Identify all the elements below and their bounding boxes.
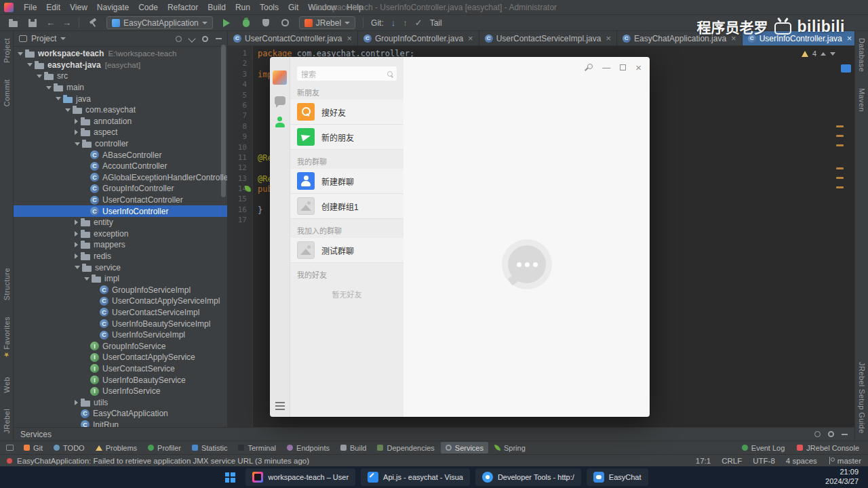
taskbar-app-easychat[interactable]: EasyChat (587, 468, 648, 486)
open-project-icon[interactable] (7, 17, 19, 29)
status-widget-crlf[interactable]: CRLF (722, 457, 742, 465)
contact-item-item[interactable]: 新的朋友 (290, 125, 403, 150)
menu-item-edit[interactable]: Edit (41, 0, 65, 14)
hide-icon[interactable] (216, 38, 222, 39)
tree-item-impl[interactable]: impl (14, 273, 227, 285)
tree-item-abasecontroller[interactable]: CABaseController (14, 149, 227, 161)
tree-item-usercontactservice[interactable]: IUserContactService (14, 363, 227, 375)
taskbar-clock[interactable]: 21:09 2024/3/27 (825, 468, 859, 487)
collapse-all-icon[interactable] (188, 35, 195, 42)
save-all-icon[interactable] (26, 17, 39, 29)
tree-item-main[interactable]: main (14, 82, 227, 94)
stripe-button-database[interactable]: Database (858, 38, 866, 72)
chats-tab-icon[interactable] (275, 96, 285, 105)
tool-button-event-log[interactable]: Event Log (737, 442, 790, 453)
tool-button-todo[interactable]: TODO (49, 442, 90, 453)
back-icon[interactable]: ← (46, 18, 55, 27)
tree-item-entity[interactable]: entity (14, 217, 227, 228)
warning-stripe-mark[interactable] (836, 186, 844, 188)
menu-item-tools[interactable]: Tools (255, 0, 283, 14)
tool-button-terminal[interactable]: Terminal (233, 442, 281, 453)
chevron-collapsed-icon[interactable] (75, 220, 78, 225)
chevron-collapsed-icon[interactable] (75, 242, 78, 247)
tree-item-src[interactable]: src (14, 70, 227, 82)
tree-item-utils[interactable]: utils (14, 396, 227, 408)
tree-item-usercontactserviceimpl[interactable]: CUserContactServiceImpl (14, 307, 227, 319)
tree-item-aspect[interactable]: aspect (14, 127, 227, 138)
tab-close-icon[interactable]: × (847, 34, 852, 43)
tree-item-usercontactapplyservice[interactable]: IUserContactApplyService (14, 352, 227, 363)
menu-item-code[interactable]: Code (134, 0, 163, 14)
tool-button-services[interactable]: Services (441, 442, 488, 453)
hide-icon[interactable] (842, 434, 848, 435)
tree-item-groupinfoservice[interactable]: IGroupInfoService (14, 340, 227, 352)
tool-button-endpoints[interactable]: Endpoints (282, 442, 334, 453)
tab-close-icon[interactable]: × (347, 34, 352, 43)
chevron-collapsed-icon[interactable] (75, 119, 78, 124)
pin-icon[interactable] (585, 64, 593, 71)
tree-item-accountcontroller[interactable]: CAccountController (14, 161, 227, 172)
tree-item-userinfocontroller[interactable]: CUserInfoController (14, 205, 227, 217)
chevron-expanded-icon[interactable] (75, 142, 80, 146)
contact-item-item[interactable]: 新建群聊 (290, 169, 403, 194)
project-panel-title[interactable]: Project (31, 34, 56, 43)
services-panel-title[interactable]: Services (20, 430, 52, 439)
status-widget-branch[interactable]: master (828, 457, 861, 465)
warning-stripe-mark[interactable] (836, 177, 844, 179)
tool-button-jrebel-console[interactable]: JRebel Console (792, 442, 864, 453)
git-check-icon[interactable]: ✓ (415, 18, 422, 27)
forward-icon[interactable]: → (62, 18, 71, 27)
menu-icon[interactable] (275, 402, 285, 410)
tree-item-groupinfoserviceimpl[interactable]: CGroupInfoServiceImpl (14, 284, 227, 296)
editor-tab-usercontactcontroller-java[interactable]: CUserContactController.java× (228, 31, 358, 45)
warning-stripe-mark[interactable] (836, 167, 844, 169)
prev-issue-icon[interactable] (821, 52, 826, 56)
contact-item-item[interactable]: 测试群聊 (290, 238, 403, 263)
chevron-expanded-icon[interactable] (27, 63, 33, 66)
tool-button-build[interactable]: Build (336, 442, 371, 453)
tree-item-aglobalexceptionhandlercontroller[interactable]: CAGlobalExceptionHandlerController (14, 172, 227, 184)
build-hammer-icon[interactable] (87, 17, 99, 29)
editor-tab-groupinfocontroller-java[interactable]: CGroupInfoController.java× (358, 31, 479, 45)
warning-stripe-mark[interactable] (836, 125, 844, 127)
menu-item-run[interactable]: Run (231, 0, 255, 14)
chevron-collapsed-icon[interactable] (75, 253, 78, 259)
inspections-widget[interactable]: 4 (802, 49, 835, 58)
help-icon[interactable] (814, 431, 821, 437)
tree-item-initrun[interactable]: CInitRun (14, 420, 227, 427)
run-button[interactable] (220, 17, 233, 29)
tree-item-annotation[interactable]: annotation (14, 116, 227, 127)
chevron-collapsed-icon[interactable] (75, 400, 78, 405)
tool-button-problems[interactable]: Problems (91, 442, 142, 453)
jrebel-combo[interactable]: JRebel (299, 16, 355, 29)
tool-button-spring[interactable]: Spring (490, 442, 530, 453)
chevron-expanded-icon[interactable] (37, 75, 42, 78)
coverage-button[interactable] (260, 17, 272, 29)
chevron-expanded-icon[interactable] (65, 108, 71, 112)
tree-item-easychat-java[interactable]: easychat-java[easychat] (14, 60, 227, 71)
next-issue-icon[interactable] (830, 52, 835, 56)
tree-scrollbar-thumb[interactable] (221, 45, 226, 197)
contacts-tab-icon[interactable] (275, 117, 285, 127)
profiler-button[interactable] (279, 17, 292, 29)
tool-button-statistic[interactable]: Statistic (187, 442, 233, 453)
tree-item-mappers[interactable]: mappers (14, 239, 227, 251)
minimize-icon[interactable]: — (602, 64, 610, 72)
chevron-collapsed-icon[interactable] (75, 231, 78, 237)
gear-icon[interactable] (828, 431, 834, 437)
menu-item-navigate[interactable]: Navigate (92, 0, 134, 14)
start-button[interactable] (220, 468, 240, 486)
chevron-down-icon[interactable] (60, 37, 66, 40)
stripe-button-web[interactable]: Web (3, 377, 11, 393)
contact-item-item[interactable]: 搜好友 (290, 100, 403, 125)
chevron-expanded-icon[interactable] (18, 52, 23, 56)
tree-item-java[interactable]: java (14, 93, 227, 104)
tool-button-profiler[interactable]: Profiler (143, 442, 186, 453)
stripe-button-jrebel-setup-guide[interactable]: JRebel Setup Guide (858, 362, 866, 434)
status-widget-utf-8[interactable]: UTF-8 (753, 457, 775, 465)
tree-item-groupinfocontroller[interactable]: CGroupInfoController (14, 183, 227, 195)
chevron-expanded-icon[interactable] (84, 277, 90, 281)
tool-button-git[interactable]: Git (19, 442, 47, 453)
chevron-expanded-icon[interactable] (56, 97, 61, 100)
tree-item-usercontactcontroller[interactable]: CUserContactController (14, 195, 227, 206)
